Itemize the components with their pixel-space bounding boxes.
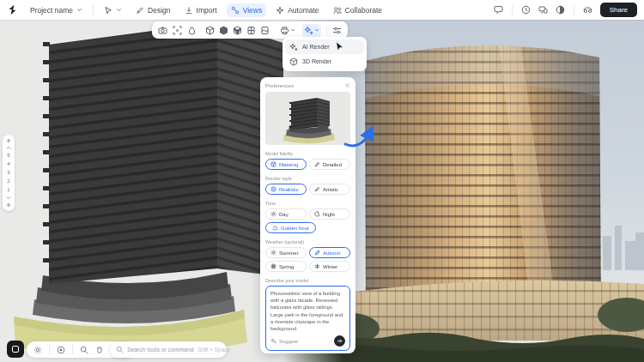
describe-input[interactable]: Photorealistic view of a building with a…: [270, 290, 345, 332]
menu-import[interactable]: Import: [180, 3, 222, 17]
printer-icon: [280, 26, 289, 35]
view-mode-textured-icon[interactable]: [246, 26, 256, 35]
project-name-label: Project name: [30, 6, 73, 15]
option-label: Winter: [323, 264, 337, 269]
frame-capture-icon[interactable]: [173, 26, 182, 35]
collapse-panel-icon[interactable]: [344, 82, 350, 88]
settings-gear-icon[interactable]: [33, 346, 42, 354]
render-menu-button[interactable]: [302, 24, 321, 37]
menu-views[interactable]: Views: [227, 3, 267, 17]
toolbar-divider: [49, 345, 50, 354]
option-autumn[interactable]: Autumn: [309, 247, 350, 258]
preferences-panel: Preferences Model: [260, 77, 355, 353]
headset-icon[interactable]: [583, 5, 592, 15]
zoom-tool-icon[interactable]: [80, 346, 88, 354]
moon-icon: [314, 211, 320, 217]
comments-icon[interactable]: [494, 5, 503, 15]
menu-collaborate[interactable]: Collaborate: [329, 3, 386, 17]
panel-title: Preferences: [265, 82, 294, 88]
option-artistic[interactable]: Artistic: [309, 184, 350, 195]
suggest-sparkle-icon: [270, 338, 276, 344]
suggest-button[interactable]: Suggest: [270, 338, 298, 344]
aperture-icon: [270, 186, 276, 192]
chevron-down-icon: [314, 27, 319, 33]
devices-icon[interactable]: [538, 5, 548, 15]
topbar-right: Share: [494, 3, 637, 17]
floor-number[interactable]: 3: [7, 170, 9, 176]
sunset-icon: [272, 225, 278, 231]
view-mode-rendered-icon[interactable]: [260, 26, 270, 35]
views-icon: [231, 6, 240, 15]
section-label-describe: Describe your model: [265, 278, 350, 283]
menu-item-label: AI Render: [302, 44, 330, 50]
section-label-weather: Weather (optional): [265, 239, 350, 244]
canvas-style-button[interactable]: [7, 341, 24, 358]
option-day[interactable]: Day: [265, 208, 307, 220]
chevron-down-icon[interactable]: [6, 196, 11, 200]
floor-number[interactable]: 1: [7, 187, 9, 193]
pan-hand-icon[interactable]: [95, 346, 104, 354]
automate-icon: [276, 6, 284, 15]
export-menu-button[interactable]: [278, 24, 297, 37]
render-flow-arrow: [342, 124, 378, 152]
option-label: Day: [279, 212, 289, 217]
option-golden-hour[interactable]: Golden hour: [265, 222, 316, 233]
chevron-up-icon[interactable]: [6, 146, 11, 150]
option-label: Artistic: [323, 187, 338, 192]
massing-cube-icon: [270, 161, 276, 167]
menu-views-label: Views: [243, 6, 263, 15]
history-icon[interactable]: [521, 5, 531, 15]
floor-number[interactable]: 5: [7, 153, 9, 159]
menu-design-label: Design: [148, 6, 170, 15]
cube-icon: [289, 57, 298, 66]
sun-icon: [270, 250, 276, 256]
select-tool-dropdown[interactable]: [100, 3, 126, 17]
view-settings-icon[interactable]: [332, 26, 342, 35]
design-icon: [136, 6, 144, 15]
search-input[interactable]: [127, 347, 194, 353]
option-massing[interactable]: Massing: [265, 159, 307, 170]
floor-number[interactable]: 4: [7, 161, 9, 167]
ai-sparkle-icon: [304, 26, 313, 35]
menu-item-3d-render[interactable]: 3D Render: [285, 54, 364, 69]
mouse-pointer-icon: [335, 41, 344, 51]
option-detailed[interactable]: Detailed: [309, 159, 350, 170]
camera-icon[interactable]: [158, 26, 167, 35]
add-floor-top-icon[interactable]: [6, 138, 11, 143]
view-mode-wireframe-icon[interactable]: [205, 26, 215, 35]
chevron-down-icon: [116, 7, 122, 13]
menu-item-ai-render[interactable]: AI Render: [285, 39, 364, 54]
option-summer[interactable]: Summer: [265, 247, 307, 258]
section-label-model-fidelity: Model fidelity: [265, 151, 350, 156]
perspective-toggle-icon[interactable]: [57, 346, 65, 354]
option-winter[interactable]: Winter: [309, 261, 350, 272]
share-button[interactable]: Share: [600, 3, 637, 17]
menu-design[interactable]: Design: [131, 3, 174, 17]
menu-collaborate-label: Collaborate: [345, 6, 382, 15]
option-spring[interactable]: Spring: [265, 261, 307, 272]
view-mode-solid-icon[interactable]: [219, 26, 228, 35]
menu-automate[interactable]: Automate: [271, 3, 323, 17]
menu-item-label: 3D Render: [302, 58, 331, 64]
sun-icon: [270, 211, 276, 217]
canvas-style-icon: [12, 346, 19, 353]
view-mode-shaded-icon[interactable]: [233, 26, 242, 35]
option-label: Realistic: [279, 187, 299, 192]
generate-button[interactable]: [334, 335, 345, 347]
app-logo-icon[interactable]: [7, 4, 18, 15]
option-night[interactable]: Night: [309, 208, 350, 220]
add-floor-bottom-icon[interactable]: [6, 202, 11, 208]
command-search[interactable]: Shift + Space: [110, 341, 227, 358]
topbar-divider: [512, 5, 513, 15]
massing-model[interactable]: [0, 20, 296, 362]
option-label: Night: [323, 212, 335, 217]
theme-contrast-icon[interactable]: [556, 5, 565, 15]
model-thumbnail: [265, 92, 350, 145]
toolbar-divider: [72, 345, 73, 354]
material-droplet-icon[interactable]: [187, 26, 197, 35]
option-realistic[interactable]: Realistic: [265, 184, 307, 195]
option-label: Summer: [279, 250, 299, 256]
section-label-time: Time: [265, 201, 350, 206]
project-name-menu[interactable]: Project name: [26, 3, 87, 17]
floor-number[interactable]: 2: [7, 178, 9, 184]
